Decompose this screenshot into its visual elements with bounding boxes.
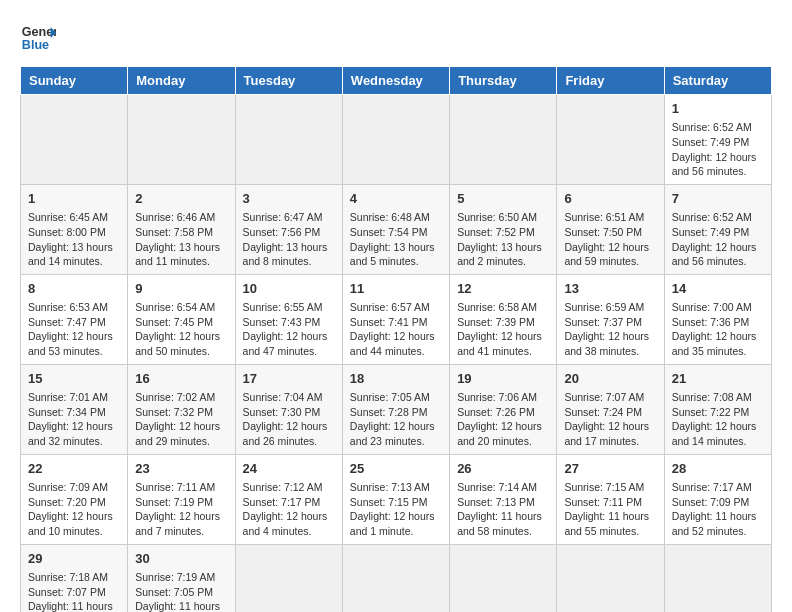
day-detail: Sunrise: 6:52 AM Sunset: 7:49 PM Dayligh… <box>672 210 764 269</box>
day-detail: Sunrise: 7:11 AM Sunset: 7:19 PM Dayligh… <box>135 480 227 539</box>
calendar-week-6: 29Sunrise: 7:18 AM Sunset: 7:07 PM Dayli… <box>21 544 772 612</box>
day-number: 1 <box>28 190 120 208</box>
calendar-day: 6Sunrise: 6:51 AM Sunset: 7:50 PM Daylig… <box>557 184 664 274</box>
calendar-day <box>557 95 664 185</box>
calendar-day: 26Sunrise: 7:14 AM Sunset: 7:13 PM Dayli… <box>450 454 557 544</box>
day-number: 27 <box>564 460 656 478</box>
calendar-day: 15Sunrise: 7:01 AM Sunset: 7:34 PM Dayli… <box>21 364 128 454</box>
calendar-week-2: 1Sunrise: 6:45 AM Sunset: 8:00 PM Daylig… <box>21 184 772 274</box>
calendar-day: 16Sunrise: 7:02 AM Sunset: 7:32 PM Dayli… <box>128 364 235 454</box>
column-header-friday: Friday <box>557 67 664 95</box>
calendar-day: 30Sunrise: 7:19 AM Sunset: 7:05 PM Dayli… <box>128 544 235 612</box>
day-detail: Sunrise: 7:09 AM Sunset: 7:20 PM Dayligh… <box>28 480 120 539</box>
calendar-day: 28Sunrise: 7:17 AM Sunset: 7:09 PM Dayli… <box>664 454 771 544</box>
day-detail: Sunrise: 6:54 AM Sunset: 7:45 PM Dayligh… <box>135 300 227 359</box>
calendar-day: 11Sunrise: 6:57 AM Sunset: 7:41 PM Dayli… <box>342 274 449 364</box>
day-number: 4 <box>350 190 442 208</box>
day-number: 25 <box>350 460 442 478</box>
calendar-week-1: 1Sunrise: 6:52 AM Sunset: 7:49 PM Daylig… <box>21 95 772 185</box>
day-detail: Sunrise: 7:12 AM Sunset: 7:17 PM Dayligh… <box>243 480 335 539</box>
calendar-day: 1Sunrise: 6:45 AM Sunset: 8:00 PM Daylig… <box>21 184 128 274</box>
calendar-day <box>450 544 557 612</box>
day-detail: Sunrise: 7:02 AM Sunset: 7:32 PM Dayligh… <box>135 390 227 449</box>
day-number: 17 <box>243 370 335 388</box>
calendar-day: 10Sunrise: 6:55 AM Sunset: 7:43 PM Dayli… <box>235 274 342 364</box>
day-detail: Sunrise: 7:14 AM Sunset: 7:13 PM Dayligh… <box>457 480 549 539</box>
day-detail: Sunrise: 6:52 AM Sunset: 7:49 PM Dayligh… <box>672 120 764 179</box>
day-detail: Sunrise: 7:19 AM Sunset: 7:05 PM Dayligh… <box>135 570 227 612</box>
calendar-day: 5Sunrise: 6:50 AM Sunset: 7:52 PM Daylig… <box>450 184 557 274</box>
column-header-wednesday: Wednesday <box>342 67 449 95</box>
calendar-day: 20Sunrise: 7:07 AM Sunset: 7:24 PM Dayli… <box>557 364 664 454</box>
day-number: 9 <box>135 280 227 298</box>
calendar-day <box>235 544 342 612</box>
calendar-day: 1Sunrise: 6:52 AM Sunset: 7:49 PM Daylig… <box>664 95 771 185</box>
logo-icon: General Blue <box>20 20 56 56</box>
calendar-day: 7Sunrise: 6:52 AM Sunset: 7:49 PM Daylig… <box>664 184 771 274</box>
day-number: 29 <box>28 550 120 568</box>
calendar-day: 4Sunrise: 6:48 AM Sunset: 7:54 PM Daylig… <box>342 184 449 274</box>
calendar-day: 29Sunrise: 7:18 AM Sunset: 7:07 PM Dayli… <box>21 544 128 612</box>
calendar-day: 17Sunrise: 7:04 AM Sunset: 7:30 PM Dayli… <box>235 364 342 454</box>
day-number: 3 <box>243 190 335 208</box>
calendar-day: 18Sunrise: 7:05 AM Sunset: 7:28 PM Dayli… <box>342 364 449 454</box>
logo: General Blue <box>20 20 56 56</box>
day-number: 7 <box>672 190 764 208</box>
calendar-week-3: 8Sunrise: 6:53 AM Sunset: 7:47 PM Daylig… <box>21 274 772 364</box>
day-number: 20 <box>564 370 656 388</box>
day-detail: Sunrise: 7:06 AM Sunset: 7:26 PM Dayligh… <box>457 390 549 449</box>
day-detail: Sunrise: 6:45 AM Sunset: 8:00 PM Dayligh… <box>28 210 120 269</box>
day-number: 12 <box>457 280 549 298</box>
calendar-day: 22Sunrise: 7:09 AM Sunset: 7:20 PM Dayli… <box>21 454 128 544</box>
page-header: General Blue <box>20 20 772 56</box>
calendar-day: 24Sunrise: 7:12 AM Sunset: 7:17 PM Dayli… <box>235 454 342 544</box>
calendar-week-4: 15Sunrise: 7:01 AM Sunset: 7:34 PM Dayli… <box>21 364 772 454</box>
day-number: 26 <box>457 460 549 478</box>
day-number: 14 <box>672 280 764 298</box>
day-detail: Sunrise: 7:17 AM Sunset: 7:09 PM Dayligh… <box>672 480 764 539</box>
day-number: 16 <box>135 370 227 388</box>
day-number: 18 <box>350 370 442 388</box>
calendar-day: 2Sunrise: 6:46 AM Sunset: 7:58 PM Daylig… <box>128 184 235 274</box>
calendar-day <box>450 95 557 185</box>
calendar-day: 12Sunrise: 6:58 AM Sunset: 7:39 PM Dayli… <box>450 274 557 364</box>
day-detail: Sunrise: 7:07 AM Sunset: 7:24 PM Dayligh… <box>564 390 656 449</box>
svg-text:Blue: Blue <box>22 38 49 52</box>
header-row: SundayMondayTuesdayWednesdayThursdayFrid… <box>21 67 772 95</box>
day-detail: Sunrise: 6:58 AM Sunset: 7:39 PM Dayligh… <box>457 300 549 359</box>
day-number: 15 <box>28 370 120 388</box>
day-detail: Sunrise: 7:18 AM Sunset: 7:07 PM Dayligh… <box>28 570 120 612</box>
day-number: 5 <box>457 190 549 208</box>
day-detail: Sunrise: 6:55 AM Sunset: 7:43 PM Dayligh… <box>243 300 335 359</box>
day-number: 24 <box>243 460 335 478</box>
day-detail: Sunrise: 6:50 AM Sunset: 7:52 PM Dayligh… <box>457 210 549 269</box>
day-detail: Sunrise: 7:05 AM Sunset: 7:28 PM Dayligh… <box>350 390 442 449</box>
day-detail: Sunrise: 6:48 AM Sunset: 7:54 PM Dayligh… <box>350 210 442 269</box>
calendar-day: 8Sunrise: 6:53 AM Sunset: 7:47 PM Daylig… <box>21 274 128 364</box>
calendar-table: SundayMondayTuesdayWednesdayThursdayFrid… <box>20 66 772 612</box>
day-detail: Sunrise: 7:08 AM Sunset: 7:22 PM Dayligh… <box>672 390 764 449</box>
calendar-day: 3Sunrise: 6:47 AM Sunset: 7:56 PM Daylig… <box>235 184 342 274</box>
day-number: 30 <box>135 550 227 568</box>
day-number: 6 <box>564 190 656 208</box>
column-header-thursday: Thursday <box>450 67 557 95</box>
day-number: 21 <box>672 370 764 388</box>
calendar-day <box>557 544 664 612</box>
column-header-sunday: Sunday <box>21 67 128 95</box>
day-detail: Sunrise: 7:01 AM Sunset: 7:34 PM Dayligh… <box>28 390 120 449</box>
day-number: 28 <box>672 460 764 478</box>
calendar-day: 13Sunrise: 6:59 AM Sunset: 7:37 PM Dayli… <box>557 274 664 364</box>
calendar-day: 9Sunrise: 6:54 AM Sunset: 7:45 PM Daylig… <box>128 274 235 364</box>
day-number: 13 <box>564 280 656 298</box>
day-number: 2 <box>135 190 227 208</box>
day-detail: Sunrise: 6:46 AM Sunset: 7:58 PM Dayligh… <box>135 210 227 269</box>
calendar-day <box>21 95 128 185</box>
column-header-saturday: Saturday <box>664 67 771 95</box>
calendar-day <box>664 544 771 612</box>
calendar-day: 19Sunrise: 7:06 AM Sunset: 7:26 PM Dayli… <box>450 364 557 454</box>
column-header-monday: Monday <box>128 67 235 95</box>
calendar-day: 23Sunrise: 7:11 AM Sunset: 7:19 PM Dayli… <box>128 454 235 544</box>
day-number: 8 <box>28 280 120 298</box>
calendar-day <box>342 95 449 185</box>
day-detail: Sunrise: 6:57 AM Sunset: 7:41 PM Dayligh… <box>350 300 442 359</box>
